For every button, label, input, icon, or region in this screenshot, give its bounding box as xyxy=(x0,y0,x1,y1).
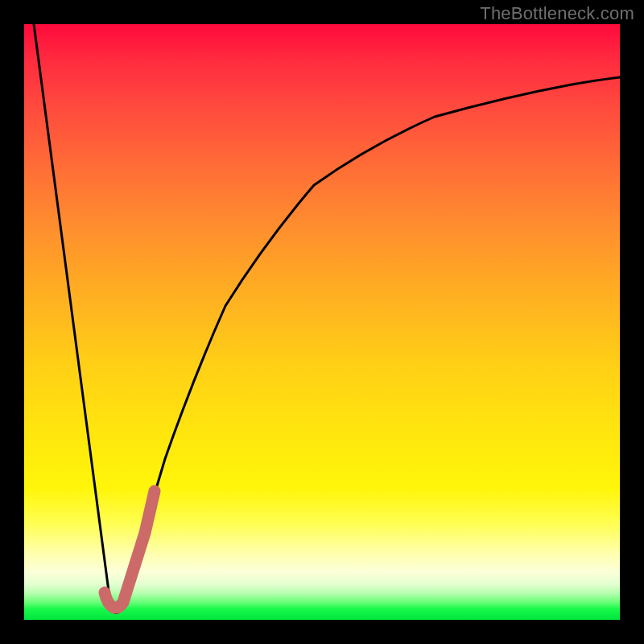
highlight-j-segment xyxy=(105,491,155,608)
chart-frame: TheBottleneck.com xyxy=(0,0,644,644)
plot-area xyxy=(24,24,620,620)
bottleneck-curve xyxy=(34,24,620,613)
watermark-text: TheBottleneck.com xyxy=(480,3,634,24)
curve-overlay xyxy=(24,24,620,620)
